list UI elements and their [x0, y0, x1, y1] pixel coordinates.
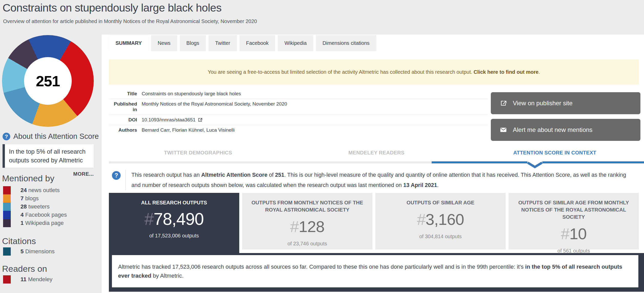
question-icon[interactable]: ?: [112, 171, 121, 180]
altmetric-donut-badge: 251: [2, 35, 94, 127]
ranking-cards: ALL RESEARCH OUTPUTS #78,490 of 17,523,0…: [109, 193, 639, 253]
card-of-outputs: of 304,814 outputs: [419, 234, 462, 239]
tab-news[interactable]: News: [151, 35, 177, 51]
tab-twitter[interactable]: Twitter: [209, 35, 237, 51]
table-row: Title Constraints on stupendously large …: [109, 89, 488, 99]
card-title: OUTPUTS OF SIMILAR AGE: [407, 199, 474, 206]
tab-wikipedia[interactable]: Wikipedia: [278, 35, 313, 51]
card-title: ALL RESEARCH OUTPUTS: [141, 199, 207, 206]
tab-attention-score-in-context[interactable]: ATTENTION SCORE IN CONTEXT: [466, 150, 644, 156]
list-item[interactable]: 7 blogs: [3, 194, 67, 203]
list-item[interactable]: 28 tweeters: [3, 203, 67, 211]
detail-label: Authors: [109, 127, 137, 133]
about-label: About this Attention Score: [13, 132, 99, 141]
page-subtitle: Overview of attention for article publis…: [3, 18, 257, 24]
blogs-swatch: [3, 194, 11, 203]
detail-value: Monthly Notices of the Royal Astronomica…: [142, 101, 287, 107]
card-outputs-similar-age-journal: OUTPUTS OF SIMILAR AGE FROM MONTHLY NOTI…: [508, 193, 639, 249]
doi-link[interactable]: 10.1093/mnras/staa3651: [142, 117, 203, 123]
dimensions-swatch: [3, 247, 11, 256]
wikipedia-swatch: [3, 219, 11, 227]
external-link-icon: [198, 117, 203, 122]
news-swatch: [3, 186, 11, 194]
score-summary-text: In the top 5% of all research outputs sc…: [9, 148, 86, 164]
context-tab-underline-inactive: [109, 161, 432, 163]
list-item[interactable]: 1 Wikipedia page: [3, 219, 67, 227]
card-rank: #78,490: [144, 209, 204, 229]
facebook-swatch: [3, 211, 11, 219]
free-access-banner: You are seeing a free-to-access but limi…: [109, 59, 639, 85]
card-of-outputs: of 23,746 outputs: [287, 241, 327, 247]
detail-label: Title: [109, 91, 137, 97]
score-summary-box: In the top 5% of all research outputs sc…: [3, 144, 94, 168]
table-row: Authors Bernard Carr, Florian Kühnel, Lu…: [109, 125, 488, 135]
list-item[interactable]: 24 news outlets: [3, 186, 67, 194]
main-content: SUMMARY News Blogs Twitter Facebook Wiki…: [102, 35, 644, 293]
citations-dimensions-item[interactable]: 5 Dimensions: [3, 247, 55, 256]
tab-mendeley-readers[interactable]: MENDELEY READERS: [287, 150, 465, 156]
article-details-table: Title Constraints on stupendously large …: [109, 89, 488, 135]
tab-dimensions-citations[interactable]: Dimensions citations: [316, 35, 376, 51]
find-out-more-link[interactable]: Click here to find out more: [474, 69, 538, 75]
card-title: OUTPUTS FROM MONTHLY NOTICES OF THE ROYA…: [250, 199, 365, 213]
context-tab-underline-active: [432, 161, 527, 163]
card-rank: #128: [290, 217, 325, 236]
readers-mendeley-item[interactable]: 11 Mendeley: [3, 275, 53, 284]
card-title: OUTPUTS OF SIMILAR AGE FROM MONTHLY NOTI…: [516, 199, 631, 221]
active-tab-pointer-icon: [527, 161, 542, 169]
envelope-icon: [500, 126, 507, 134]
about-attention-score[interactable]: ? About this Attention Score: [3, 132, 99, 141]
context-tab-bar: TWITTER DEMOGRAPHICS MENDELEY READERS AT…: [109, 150, 644, 156]
card-of-outputs: of 17,523,006 outputs: [149, 233, 199, 239]
tab-twitter-demographics[interactable]: TWITTER DEMOGRAPHICS: [109, 150, 287, 156]
detail-value: Bernard Carr, Florian Kühnel, Luca Visin…: [142, 127, 235, 133]
more-link[interactable]: MORE...: [73, 171, 94, 177]
sidebar: 251 ? About this Attention Score In the …: [0, 35, 102, 293]
context-tab-underline-active: [542, 161, 644, 163]
tab-blogs[interactable]: Blogs: [180, 35, 206, 51]
card-outputs-similar-age: OUTPUTS OF SIMILAR AGE #3,160 of 304,814…: [375, 193, 506, 249]
readers-heading: Readers on: [2, 264, 47, 274]
detail-label: Published in: [109, 101, 137, 112]
mentioned-by-heading: Mentioned by: [2, 173, 54, 183]
list-item[interactable]: 4 Facebook pages: [3, 211, 67, 219]
card-rank: #3,160: [417, 210, 464, 228]
view-on-publisher-button[interactable]: View on publisher site: [491, 92, 640, 114]
table-row: Published in Monthly Notices of the Roya…: [109, 99, 488, 115]
mendeley-swatch: [3, 275, 11, 284]
question-icon: ?: [3, 133, 10, 140]
citations-heading: Citations: [2, 236, 36, 246]
card-all-research-outputs: ALL RESEARCH OUTPUTS #78,490 of 17,523,0…: [109, 193, 239, 253]
attention-score: 251: [36, 72, 60, 90]
tab-summary[interactable]: SUMMARY: [109, 35, 149, 51]
tab-facebook[interactable]: Facebook: [240, 35, 275, 51]
score-explanation: This research output has an Altmetric At…: [125, 170, 635, 190]
mentioned-by-list: 24 news outlets 7 blogs 28 tweeters 4 Fa…: [3, 186, 67, 227]
detail-label: DOI: [109, 117, 137, 123]
page-header: Constraints on stupendously large black …: [0, 0, 644, 35]
card-outputs-from-journal: OUTPUTS FROM MONTHLY NOTICES OF THE ROYA…: [242, 193, 372, 249]
donut-center: 251: [24, 57, 72, 105]
page-title: Constraints on stupendously large black …: [3, 2, 222, 14]
external-link-icon: [500, 99, 507, 107]
percentile-note: Altmetric has tracked 17,523,006 researc…: [112, 255, 638, 287]
tab-bar: SUMMARY News Blogs Twitter Facebook Wiki…: [109, 35, 376, 51]
alert-new-mentions-button[interactable]: Alert me about new mentions: [491, 119, 640, 141]
card-rank: #10: [561, 225, 586, 243]
table-row: DOI 10.1093/mnras/staa3651: [109, 115, 488, 125]
percentile-panel: Altmetric has tracked 17,523,006 researc…: [109, 253, 644, 292]
detail-value: Constraints on stupendously large black …: [142, 91, 241, 97]
twitter-swatch: [3, 203, 11, 211]
